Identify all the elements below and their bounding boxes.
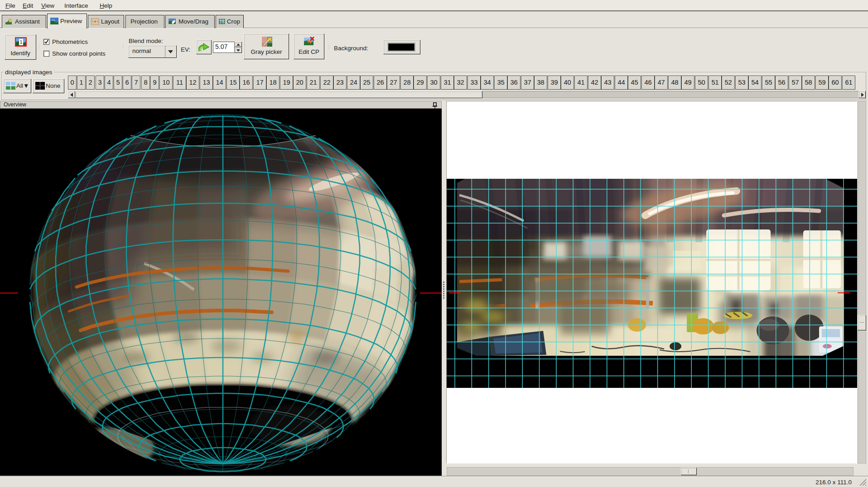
svg-text:1: 1 bbox=[19, 39, 22, 45]
svg-text:GL: GL bbox=[52, 19, 56, 21]
